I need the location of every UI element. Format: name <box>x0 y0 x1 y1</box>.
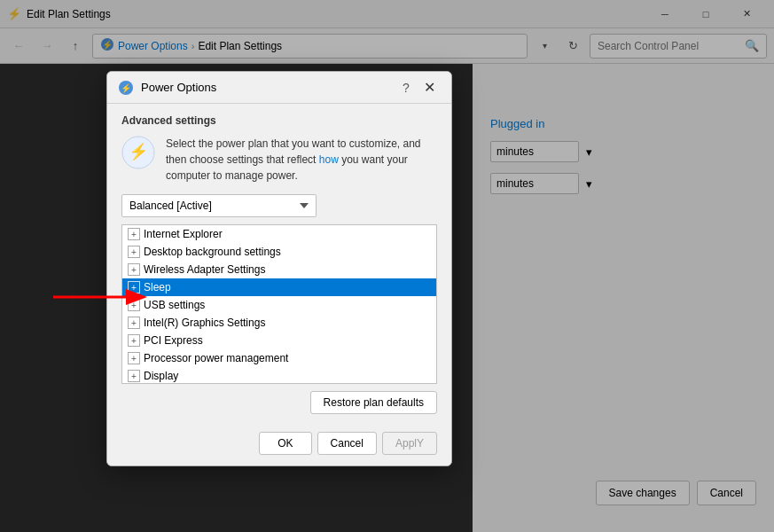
tree-item[interactable]: +Internet Explorer <box>122 225 436 243</box>
settings-tree[interactable]: +Internet Explorer+Desktop background se… <box>121 224 437 384</box>
dialog-title-bar: ⚡ Power Options ? ✕ <box>107 72 451 104</box>
tree-expand-icon: + <box>128 281 140 293</box>
svg-text:⚡: ⚡ <box>129 142 149 161</box>
tree-item-label: USB settings <box>144 299 205 311</box>
apply-button[interactable]: ApplY <box>382 432 437 455</box>
cancel-button-dialog[interactable]: Cancel <box>317 432 377 455</box>
tree-item[interactable]: +Display <box>122 367 436 384</box>
svg-text:⚡: ⚡ <box>121 82 132 94</box>
dialog-title-text: Power Options <box>141 81 395 94</box>
power-options-dialog: ⚡ Power Options ? ✕ Advanced settings ⚡ … <box>106 71 452 466</box>
tree-expand-icon: + <box>128 246 140 258</box>
tree-item[interactable]: +Wireless Adapter Settings <box>122 261 436 278</box>
tree-expand-icon: + <box>128 334 140 347</box>
dialog-close-button[interactable]: ✕ <box>418 76 441 99</box>
plan-select[interactable]: Balanced [Active] High performance Power… <box>121 194 317 217</box>
advanced-settings-label: Advanced settings <box>121 114 437 127</box>
tree-item[interactable]: +USB settings <box>122 296 436 314</box>
restore-btn-wrap: Restore plan defaults <box>121 391 437 414</box>
tree-item-label: Processor power management <box>144 352 288 364</box>
tree-item-label: Desktop background settings <box>144 246 281 258</box>
intro-text: Select the power plan that you want to c… <box>166 136 421 184</box>
plan-dropdown-wrap: Balanced [Active] High performance Power… <box>121 194 437 217</box>
tree-item-label: Sleep <box>144 281 171 293</box>
tree-item-label: Display <box>144 370 178 382</box>
tree-item[interactable]: +Intel(R) Graphics Settings <box>122 314 436 332</box>
tree-item-label: PCI Express <box>144 334 203 347</box>
tree-expand-icon: + <box>128 352 140 364</box>
dialog-app-icon: ⚡ <box>118 80 134 96</box>
tree-expand-icon: + <box>128 317 140 329</box>
tree-expand-icon: + <box>128 263 140 276</box>
tree-item[interactable]: +Sleep <box>122 278 436 296</box>
dialog-footer: OK Cancel ApplY <box>107 425 451 466</box>
dialog-help-button[interactable]: ? <box>395 76 418 99</box>
tree-item[interactable]: +Desktop background settings <box>122 243 436 261</box>
tree-item-label: Wireless Adapter Settings <box>144 263 265 276</box>
tree-item-label: Internet Explorer <box>144 228 223 240</box>
tree-expand-icon: + <box>128 370 140 382</box>
tree-item-label: Intel(R) Graphics Settings <box>144 317 265 329</box>
power-plan-icon: ⚡ <box>121 136 155 169</box>
ok-button[interactable]: OK <box>259 432 311 455</box>
restore-plan-defaults-button[interactable]: Restore plan defaults <box>310 391 437 414</box>
tree-expand-icon: + <box>128 299 140 311</box>
tree-item[interactable]: +PCI Express <box>122 332 436 349</box>
tree-expand-icon: + <box>128 228 140 240</box>
tree-item[interactable]: +Processor power management <box>122 349 436 367</box>
dialog-body: Advanced settings ⚡ Select the power pla… <box>107 104 451 425</box>
dialog-overlay: ⚡ Power Options ? ✕ Advanced settings ⚡ … <box>0 0 774 532</box>
dialog-intro: ⚡ Select the power plan that you want to… <box>121 136 437 184</box>
